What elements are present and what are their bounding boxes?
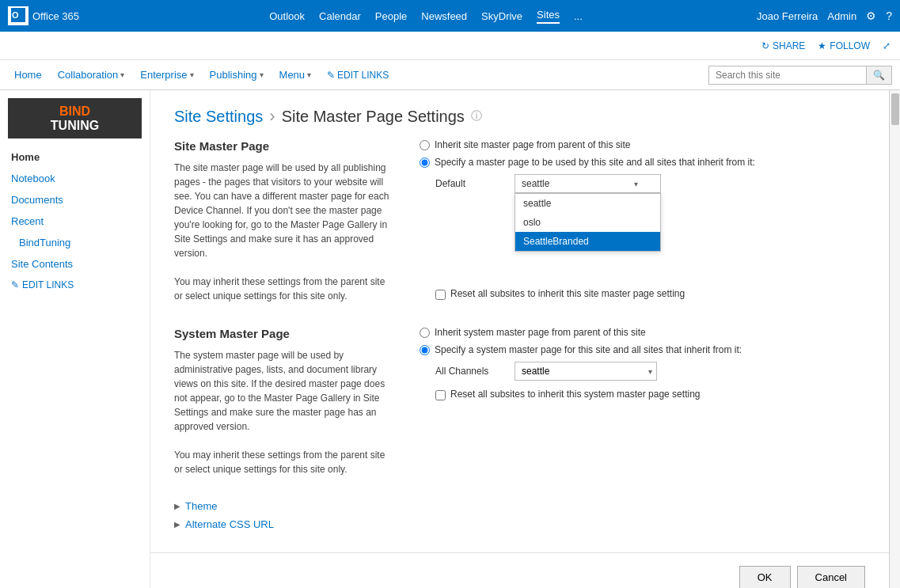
site-master-checkbox-row: Reset all subsites to inherit this site …: [435, 288, 865, 300]
top-nav: O Office 365 Outlook Calendar People New…: [0, 0, 900, 32]
nav-newsfeed[interactable]: Newsfeed: [421, 10, 467, 22]
bottom-buttons: OK Cancel: [150, 552, 889, 588]
pencil-icon: ✎: [327, 70, 335, 81]
nav-outlook[interactable]: Outlook: [269, 10, 305, 22]
radio-inherit-site-label: Inherit site master page from parent of …: [435, 139, 630, 150]
user-name[interactable]: Joao Ferreira: [757, 10, 818, 22]
site-nav: Home Collaboration ▾ Enterprise ▾ Publis…: [0, 60, 900, 90]
search-button[interactable]: 🔍: [867, 66, 892, 85]
nav-more[interactable]: ...: [574, 10, 583, 22]
focus-button[interactable]: ⤢: [883, 40, 891, 51]
follow-label: FOLLOW: [830, 40, 870, 51]
radio-inherit-site-input[interactable]: [420, 140, 430, 150]
breadcrumb-separator: ›: [269, 106, 275, 127]
system-master-page-title: System Master Page: [174, 327, 396, 340]
breadcrumb-parent[interactable]: Site Settings: [174, 108, 263, 126]
nav-skydrive[interactable]: SkyDrive: [481, 10, 522, 22]
sidebar-item-recent[interactable]: Recent: [0, 211, 150, 232]
scrollbar-thumb[interactable]: [891, 93, 899, 125]
enterprise-arrow: ▾: [190, 70, 194, 79]
option-seattlebranded[interactable]: SeattleBranded: [515, 232, 660, 251]
site-nav-publishing[interactable]: Publishing ▾: [203, 60, 270, 89]
site-master-checkbox-label: Reset all subsites to inherit this site …: [450, 288, 685, 299]
expandable-css-url[interactable]: ▶ Alternate CSS URL: [174, 518, 865, 530]
pencil-icon-sidebar: ✎: [11, 279, 19, 290]
top-nav-right: Joao Ferreira Admin ⚙ ?: [757, 9, 892, 22]
site-master-dropdown-menu: seattle oslo SeattleBranded: [515, 193, 661, 252]
site-search: 🔍: [708, 66, 892, 85]
all-channels-label: All Channels: [435, 366, 507, 377]
radio-specify-site: Specify a master page to be used by this…: [420, 157, 865, 168]
secondary-nav: ↻ SHARE ★ FOLLOW ⤢: [0, 32, 900, 60]
site-nav-enterprise[interactable]: Enterprise ▾: [134, 60, 199, 89]
cancel-button[interactable]: Cancel: [797, 566, 865, 588]
system-master-page-desc: The system master page will be used by a…: [174, 348, 396, 476]
gear-icon[interactable]: ⚙: [866, 9, 876, 22]
help-icon[interactable]: ?: [886, 9, 892, 22]
office-logo[interactable]: O Office 365: [8, 6, 79, 25]
site-nav-menu[interactable]: Menu ▾: [273, 60, 318, 89]
site-master-select[interactable]: seattle ▾: [515, 174, 661, 193]
radio-specify-site-input[interactable]: [420, 157, 430, 168]
option-oslo[interactable]: oslo: [515, 213, 660, 232]
right-scrollbar[interactable]: [889, 90, 900, 588]
system-master-dropdown-wrapper: seattle ▾: [515, 362, 657, 381]
sidebar-item-home[interactable]: Home: [0, 146, 150, 168]
sidebar-item-notebook[interactable]: Notebook: [0, 168, 150, 189]
site-master-page-desc: The site master page will be used by all…: [174, 161, 396, 303]
breadcrumb-current: Site Master Page Settings: [282, 108, 465, 126]
office-logo-text: Office 365: [32, 10, 79, 22]
collaboration-arrow: ▾: [120, 70, 124, 79]
site-master-select-value: seattle: [522, 178, 549, 189]
expandable-theme[interactable]: ▶ Theme: [174, 500, 865, 512]
sidebar-item-site-contents[interactable]: Site Contents: [0, 253, 150, 275]
follow-button[interactable]: ★ FOLLOW: [818, 40, 870, 51]
site-nav-edit-links[interactable]: ✎ EDIT LINKS: [327, 70, 389, 81]
system-master-dropdown-row: All Channels seattle ▾: [435, 362, 865, 381]
share-button[interactable]: ↻ SHARE: [761, 40, 805, 51]
focus-icon: ⤢: [883, 40, 891, 51]
menu-arrow: ▾: [307, 70, 311, 79]
breadcrumb: Site Settings › Site Master Page Setting…: [174, 106, 865, 127]
office-logo-icon: O: [8, 6, 28, 25]
option-seattle[interactable]: seattle: [515, 194, 660, 213]
radio-specify-site-label: Specify a master page to be used by this…: [435, 157, 755, 168]
dropdown-arrow-icon: ▾: [634, 180, 638, 188]
theme-expand-arrow: ▶: [174, 502, 180, 510]
svg-text:O: O: [12, 10, 19, 20]
sidebar-edit-links[interactable]: ✎ EDIT LINKS: [0, 275, 150, 295]
site-master-page-right: Inherit site master page from parent of …: [420, 139, 865, 303]
theme-label: Theme: [185, 500, 217, 512]
nav-calendar[interactable]: Calendar: [319, 10, 361, 22]
radio-inherit-system-label: Inherit system master page from parent o…: [435, 327, 646, 338]
sidebar-item-documents[interactable]: Documents: [0, 189, 150, 211]
sidebar: BIND TUNING Home Notebook Documents Rece…: [0, 90, 150, 588]
radio-inherit-system-input[interactable]: [420, 328, 430, 338]
info-icon: ⓘ: [471, 109, 482, 123]
css-expand-arrow: ▶: [174, 520, 180, 529]
share-label: SHARE: [773, 40, 805, 51]
search-input[interactable]: [708, 66, 867, 85]
radio-specify-system-label: Specify a system master page for this si…: [435, 344, 742, 355]
body-area: BIND TUNING Home Notebook Documents Rece…: [0, 90, 900, 588]
content-scroll: Site Settings › Site Master Page Setting…: [150, 90, 889, 588]
sidebar-item-bindtuning[interactable]: BindTuning: [0, 232, 150, 253]
ok-button[interactable]: OK: [739, 566, 791, 588]
logo-line2: TUNING: [51, 119, 99, 133]
main-content: Site Settings › Site Master Page Setting…: [150, 90, 889, 552]
radio-inherit-system: Inherit system master page from parent o…: [420, 327, 865, 338]
publishing-arrow: ▾: [260, 70, 264, 79]
nav-people[interactable]: People: [375, 10, 407, 22]
site-master-page-section: Site Master Page The site master page wi…: [174, 139, 865, 303]
system-master-checkbox[interactable]: [435, 390, 446, 400]
admin-menu[interactable]: Admin: [827, 10, 856, 22]
system-master-select[interactable]: seattle: [515, 362, 657, 381]
nav-sites[interactable]: Sites: [537, 9, 560, 24]
site-nav-home[interactable]: Home: [8, 60, 48, 89]
site-master-checkbox[interactable]: [435, 290, 446, 300]
site-nav-collaboration[interactable]: Collaboration ▾: [51, 60, 131, 89]
css-url-label: Alternate CSS URL: [185, 518, 274, 530]
radio-specify-system-input[interactable]: [420, 345, 430, 355]
system-master-page-section: System Master Page The system master pag…: [174, 327, 865, 476]
system-master-page-left: System Master Page The system master pag…: [174, 327, 396, 476]
